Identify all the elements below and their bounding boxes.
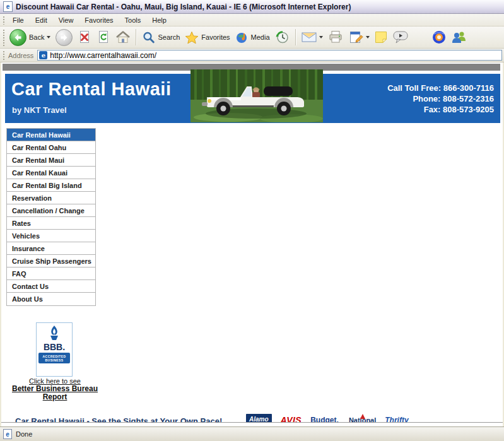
nav-item-rates[interactable]: Rates <box>7 217 95 230</box>
nav-item-car-rental-maui[interactable]: Car Rental Maui <box>7 154 95 167</box>
nav-item-car-rental-big-island[interactable]: Car Rental Big Island <box>7 179 95 192</box>
browser-viewport: Car Rental Hawaii by NKT Travel Call Tol… <box>1 62 503 422</box>
media-label: Media <box>251 33 270 41</box>
nav-item-reservation[interactable]: Reservation <box>7 192 95 204</box>
favorites-star-icon <box>185 31 199 44</box>
mail-button[interactable] <box>299 30 325 44</box>
back-dropdown-icon[interactable] <box>47 36 50 38</box>
contact-info: Call Toll Free: 866-300-7116 Phone: 808-… <box>387 83 494 115</box>
menu-help[interactable]: Help <box>146 15 172 25</box>
bbb-report-link: Click here to see Better Business Bureau… <box>1 377 108 401</box>
print-button[interactable] <box>325 29 346 45</box>
addressbar-grip[interactable] <box>2 50 5 61</box>
messenger-people-icon <box>452 30 467 45</box>
menu-bar: File Edit View Favorites Tools Help <box>0 14 504 26</box>
edit-icon <box>348 30 363 44</box>
nav-item-vehicles[interactable]: Vehicles <box>7 230 95 242</box>
avis-logo: AVIS <box>281 415 302 422</box>
edit-button[interactable] <box>346 29 372 45</box>
edit-dropdown-icon[interactable] <box>366 36 370 38</box>
nav-label: Rates <box>12 220 31 227</box>
notes-button[interactable] <box>372 30 390 45</box>
nav-item-car-rental-kauai[interactable]: Car Rental Kauai <box>7 167 95 179</box>
nav-label: Car Rental Big Island <box>12 182 82 189</box>
messenger-button[interactable] <box>449 28 469 46</box>
nav-label: Cruise Ship Passengers <box>12 257 91 265</box>
menubar-grip[interactable] <box>2 15 5 25</box>
bbb-link-line3[interactable]: Report <box>1 393 108 401</box>
refresh-button[interactable] <box>94 28 113 46</box>
nav-label: Cancellation / Change <box>12 207 85 215</box>
nav-label: Vehicles <box>12 232 40 240</box>
mail-dropdown-icon[interactable] <box>319 36 323 38</box>
fax-number: Fax: 808-573-9205 <box>387 104 494 115</box>
toolbar-separator <box>136 29 137 45</box>
address-input[interactable]: e http://www.carrentalhawaii.com/ <box>37 50 502 61</box>
nav-label: Car Rental Maui <box>12 156 64 164</box>
forward-button[interactable] <box>53 28 75 47</box>
nav-label: Car Rental Hawaii <box>12 131 71 139</box>
back-icon <box>9 29 26 46</box>
nav-label: Reservation <box>12 194 52 202</box>
toll-free-number: Call Toll Free: 866-300-7116 <box>387 83 494 93</box>
alamo-logo: Alamo <box>246 414 272 422</box>
nav-label: Contact Us <box>12 283 49 290</box>
window-titlebar[interactable]: e Discount Hawaii Car Rental - Oahu, Mau… <box>0 0 504 14</box>
status-page-icon: e <box>3 429 12 439</box>
menu-file[interactable]: File <box>7 15 30 25</box>
nav-item-contact-us[interactable]: Contact Us <box>7 280 95 293</box>
bbb-torch-icon <box>45 325 64 343</box>
messenger-bubble-button[interactable] <box>390 29 411 45</box>
home-button[interactable] <box>113 29 133 45</box>
nav-item-faq[interactable]: FAQ <box>7 268 95 280</box>
favorites-label: Favorites <box>201 33 230 41</box>
jeep-photo <box>190 69 323 122</box>
budget-logo: Budget. <box>310 416 339 422</box>
menu-edit[interactable]: Edit <box>30 15 53 25</box>
status-bar: e Done <box>0 426 504 441</box>
back-label: Back <box>29 33 44 41</box>
window-title: Discount Hawaii Car Rental - Oahu, Maui,… <box>16 3 351 11</box>
ie-page-icon: e <box>3 1 13 12</box>
history-icon <box>275 30 290 45</box>
search-icon <box>142 31 155 44</box>
menu-view[interactable]: View <box>53 15 79 25</box>
partner-logos: Alamo AVIS Budget. National Thrifty <box>246 414 409 422</box>
nav-label: About Us <box>12 295 43 303</box>
status-text: Done <box>16 430 32 438</box>
nav-item-car-rental-hawaii[interactable]: Car Rental Hawaii <box>7 129 95 141</box>
stop-button[interactable] <box>75 28 94 46</box>
bbb-seal[interactable]: BBB. ACCREDITED BUSINESS <box>36 322 73 377</box>
side-navigation: Car Rental Hawaii Car Rental Oahu Car Re… <box>6 128 96 306</box>
menu-tools[interactable]: Tools <box>119 15 147 25</box>
blue-globe-icon <box>431 30 447 45</box>
bbb-badge-line2: BUSINESS <box>45 358 64 362</box>
ie-favicon: e <box>39 51 47 59</box>
media-button[interactable]: Media <box>233 30 273 45</box>
phone-number: Phone: 808-572-2316 <box>387 93 494 104</box>
back-button[interactable]: Back <box>7 28 53 47</box>
nav-item-cancellation-change[interactable]: Cancellation / Change <box>7 204 95 217</box>
media-icon <box>235 31 249 44</box>
sticky-note-icon <box>375 31 387 44</box>
nav-item-cruise-ship-passengers[interactable]: Cruise Ship Passengers <box>7 255 95 268</box>
nav-label: Car Rental Kauai <box>12 169 67 177</box>
toolbar-grip[interactable] <box>2 28 5 45</box>
refresh-icon <box>97 30 110 45</box>
address-url-text: http://www.carrentalhawaii.com/ <box>50 51 156 60</box>
nav-item-car-rental-oahu[interactable]: Car Rental Oahu <box>7 141 95 154</box>
history-button[interactable] <box>273 28 293 46</box>
nav-label: FAQ <box>12 270 26 278</box>
blue-globe-button[interactable] <box>429 28 449 46</box>
nav-label: Insurance <box>12 245 45 252</box>
menu-favorites[interactable]: Favorites <box>79 15 119 25</box>
favorites-button[interactable]: Favorites <box>182 30 232 45</box>
mail-icon <box>302 32 317 43</box>
toolbar-separator <box>295 29 296 45</box>
toolbar: Back <box>0 26 504 49</box>
nav-item-about-us[interactable]: About Us <box>7 293 95 305</box>
site-subtitle: by NKT Travel <box>12 105 67 115</box>
address-bar: Address e http://www.carrentalhawaii.com… <box>0 49 504 62</box>
nav-item-insurance[interactable]: Insurance <box>7 242 95 255</box>
search-button[interactable]: Search <box>139 30 182 45</box>
